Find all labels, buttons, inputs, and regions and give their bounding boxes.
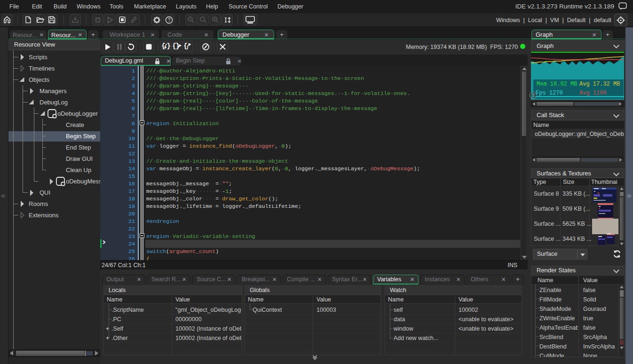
svg-text:Avg 17.32 MB: Avg 17.32 MB	[579, 81, 620, 87]
svg-text:Fps 1270: Fps 1270	[536, 90, 563, 96]
svg-text:Avg 1190: Avg 1190	[579, 90, 607, 96]
svg-text:?: ?	[167, 17, 170, 23]
svg-text:Mem 18.92 MB: Mem 18.92 MB	[537, 81, 577, 87]
